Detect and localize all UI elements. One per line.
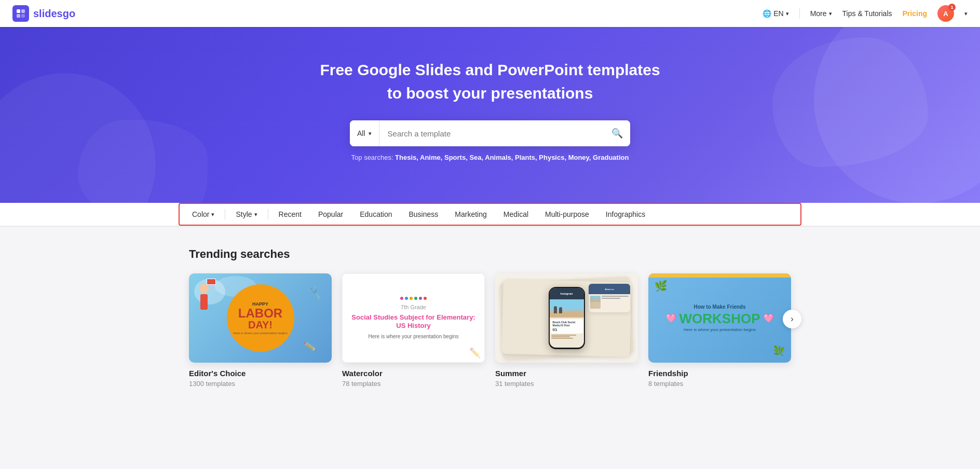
trending-title: Trending searches [189,247,791,261]
avatar-badge: 1 [948,4,956,11]
filter-medical[interactable]: Medical [496,207,536,222]
card-label-watercolor: Watercolor [342,369,485,378]
pricing-nav-link[interactable]: Pricing [903,9,927,18]
tips-label: Tips & Tutorials [842,9,892,18]
filter-infographics[interactable]: Infographics [598,207,652,222]
nav-right: 🌐 EN ▾ More ▾ Tips & Tutorials Pricing A… [763,5,968,22]
search-icon: 🔍 [611,128,623,139]
filter-inner: Color▾ Style▾ Recent Popular Education B… [179,203,801,226]
filter-divider-2 [268,209,268,219]
workshop-thumbnail: 🌿 🌿 How to Make Friends 🩷 WORKSHOP 🩷 Her… [648,273,791,363]
svg-rect-0 [17,9,20,13]
search-filter-dropdown[interactable]: All ▾ [350,120,379,146]
search-input[interactable] [379,120,604,146]
logo-text: slidesgo [33,8,75,20]
color-chevron-icon: ▾ [211,211,214,218]
card-count-summer: 31 templates [495,380,638,388]
main-content: Trending searches HAPPY [179,227,801,408]
filter-label: All [357,129,365,137]
more-label: More [810,9,827,18]
hero-shape-2 [78,120,208,203]
labor-circle: HAPPY LABOR DAY! Here is where your pres… [227,284,294,352]
card-thumb-editors-choice: HAPPY LABOR DAY! Here is where your pres… [189,273,332,363]
style-chevron-icon: ▾ [254,211,257,218]
lang-label: EN [773,9,783,18]
more-nav-link[interactable]: More ▾ [810,9,832,18]
search-button[interactable]: 🔍 [604,120,630,146]
beach-club-thumbnail: Instagram Beach Club Socia [495,273,638,363]
top-navigation: slidesgo 🌐 EN ▾ More ▾ Tips & Tutorials … [0,0,980,27]
workshop-title: WORKSHOP [679,312,760,325]
filter-education[interactable]: Education [352,207,399,222]
globe-icon: 🌐 [763,9,771,18]
filter-marketing[interactable]: Marketing [447,207,494,222]
filter-multipurpose[interactable]: Multi-purpose [538,207,596,222]
more-chevron-icon: ▾ [829,10,832,17]
card-thumb-watercolor: 7th Grade Social Studies Subject for Ele… [342,273,485,363]
filter-chevron-icon: ▾ [369,130,372,137]
lang-chevron-icon: ▾ [786,10,789,17]
card-count-watercolor: 78 templates [342,380,485,388]
logo-icon [12,5,29,22]
carousel-next-button[interactable]: › [783,310,801,328]
language-selector[interactable]: 🌐 EN ▾ [763,9,788,18]
workshop-inner: How to Make Friends 🩷 WORKSHOP 🩷 Here is… [666,304,774,332]
card-label-friendship: Friendship [648,369,791,378]
card-thumb-friendship: 🌿 🌿 How to Make Friends 🩷 WORKSHOP 🩷 Her… [648,273,791,363]
filter-recent[interactable]: Recent [271,207,309,222]
search-bar: All ▾ 🔍 [350,120,630,146]
user-avatar[interactable]: A 1 [937,5,954,22]
card-label-summer: Summer [495,369,638,378]
card-editors-choice[interactable]: HAPPY LABOR DAY! Here is where your pres… [189,273,332,388]
ss-title: Social Studies Subject for Elementary: U… [351,313,476,331]
filter-color[interactable]: Color▾ [185,207,222,222]
filter-business[interactable]: Business [402,207,446,222]
avatar-chevron-icon: ▾ [964,10,968,17]
svg-rect-2 [17,14,20,18]
filter-style[interactable]: Style▾ [228,207,264,222]
card-summer[interactable]: Instagram Beach Club Socia [495,273,638,388]
trending-cards-grid: HAPPY LABOR DAY! Here is where your pres… [189,273,791,388]
ss-sub: Here is where your presentation begins [369,334,459,339]
card-watercolor[interactable]: 7th Grade Social Studies Subject for Ele… [342,273,485,388]
nav-divider [799,8,800,19]
card-friendship[interactable]: 🌿 🌿 How to Make Friends 🩷 WORKSHOP 🩷 Her… [648,273,791,388]
hero-shape-1 [772,37,928,167]
card-count-editors-choice: 1300 templates [189,380,332,388]
hero-section: Free Google Slides and PowerPoint templa… [0,27,980,203]
filter-bar: Color▾ Style▾ Recent Popular Education B… [0,203,980,226]
filter-popular[interactable]: Popular [311,207,350,222]
logo-area[interactable]: slidesgo [12,5,75,22]
card-thumb-summer: Instagram Beach Club Socia [495,273,638,363]
svg-rect-3 [21,14,25,18]
pricing-label: Pricing [903,9,927,18]
avatar-initials: A [943,10,948,18]
labor-day-thumbnail: HAPPY LABOR DAY! Here is where your pres… [189,273,332,363]
card-label-editors-choice: Editor's Choice [189,369,332,378]
ss-dots [400,297,427,300]
card-count-friendship: 8 templates [648,380,791,388]
svg-rect-1 [21,9,25,13]
filter-divider-1 [225,209,225,219]
tips-nav-link[interactable]: Tips & Tutorials [842,9,892,18]
social-studies-thumbnail: 7th Grade Social Studies Subject for Ele… [342,273,485,363]
